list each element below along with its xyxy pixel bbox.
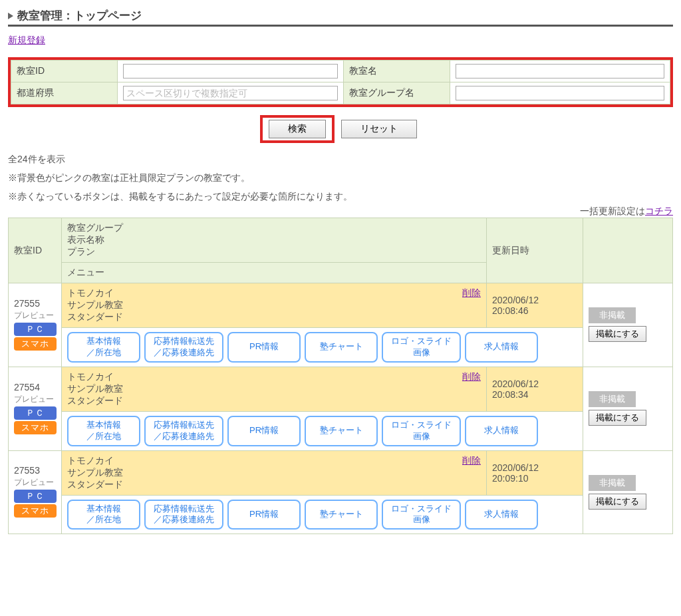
row-id: 27555 xyxy=(14,298,56,309)
search-name-label: 教室名 xyxy=(344,61,450,82)
menu-btn-0[interactable]: 基本情報／所在地 xyxy=(67,332,140,363)
search-form: 教室ID 教室名 都道府県 教室グループ名 xyxy=(11,60,670,104)
id-cell: 27555プレビューＰＣスマホ xyxy=(9,283,62,367)
row-group: トモノカイ xyxy=(67,287,481,299)
sp-badge[interactable]: スマホ xyxy=(14,421,57,434)
th-menu: メニュー xyxy=(62,263,487,283)
table-row: 27553プレビューＰＣスマホ削除トモノカイサンプル教室スタンダード2020/0… xyxy=(9,450,673,495)
row-group: トモノカイ xyxy=(67,371,481,383)
delete-link[interactable]: 削除 xyxy=(462,455,481,467)
batch-setting-row: 一括更新設定はコチラ xyxy=(8,206,673,218)
page-title: 教室管理：トップページ xyxy=(17,8,142,23)
menu-btn-4[interactable]: ロゴ・スライド画像 xyxy=(382,332,461,363)
menu-btn-5[interactable]: 求人情報 xyxy=(465,500,538,530)
row-display: サンプル教室 xyxy=(67,383,481,395)
id-cell: 27553プレビューＰＣスマホ xyxy=(9,450,62,534)
th-action xyxy=(583,218,673,283)
th-updated: 更新日時 xyxy=(487,218,583,283)
search-pref-input[interactable] xyxy=(123,86,338,100)
table-row: 27555プレビューＰＣスマホ削除トモノカイサンプル教室スタンダード2020/0… xyxy=(9,283,673,328)
note-2: ※赤くなっているボタンは、掲載をするにあたって設定が必要な箇所になります。 xyxy=(8,191,673,203)
menu-btn-0[interactable]: 基本情報／所在地 xyxy=(67,416,140,446)
table-row-menu: 基本情報／所在地応募情報転送先／応募後連絡先PR情報塾チャートロゴ・スライド画像… xyxy=(9,328,673,367)
sp-badge[interactable]: スマホ xyxy=(14,504,57,518)
search-form-highlight: 教室ID 教室名 都道府県 教室グループ名 xyxy=(8,57,673,107)
action-cell: 非掲載掲載にする xyxy=(583,450,673,534)
menu-btn-5[interactable]: 求人情報 xyxy=(465,332,538,363)
menu-btn-3[interactable]: 塾チャート xyxy=(305,500,378,530)
menu-btn-3[interactable]: 塾チャート xyxy=(305,416,378,446)
search-name-input[interactable] xyxy=(456,64,664,78)
unlisted-label: 非掲載 xyxy=(589,391,636,407)
publish-button[interactable]: 掲載にする xyxy=(589,326,646,342)
row-id: 27553 xyxy=(14,465,56,476)
unlisted-label: 非掲載 xyxy=(589,307,636,323)
delete-link[interactable]: 削除 xyxy=(462,371,481,383)
search-button-row: 検索 リセット xyxy=(8,115,673,143)
batch-setting-link[interactable]: コチラ xyxy=(645,206,673,216)
search-button-highlight: 検索 xyxy=(260,115,335,143)
row-plan: スタンダード xyxy=(67,479,481,491)
updated-cell: 2020/06/1220:09:10 xyxy=(487,450,583,495)
action-cell: 非掲載掲載にする xyxy=(583,367,673,450)
id-cell: 27554プレビューＰＣスマホ xyxy=(9,367,62,450)
table-row-menu: 基本情報／所在地応募情報転送先／応募後連絡先PR情報塾チャートロゴ・スライド画像… xyxy=(9,495,673,534)
pc-badge[interactable]: ＰＣ xyxy=(14,323,57,336)
menu-btn-4[interactable]: ロゴ・スライド画像 xyxy=(382,416,461,446)
updated-cell: 2020/06/1220:08:34 xyxy=(487,367,583,411)
preview-label: プレビュー xyxy=(14,477,56,488)
menu-btn-2[interactable]: PR情報 xyxy=(227,416,301,446)
delete-link[interactable]: 削除 xyxy=(462,287,481,299)
result-count: 全24件を表示 xyxy=(8,154,673,166)
note-1: ※背景色がピンクの教室は正社員限定プランの教室です。 xyxy=(8,172,673,184)
updated-date: 2020/06/12 xyxy=(492,379,539,389)
menu-btn-1[interactable]: 応募情報転送先／応募後連絡先 xyxy=(144,416,223,446)
menu-btn-1[interactable]: 応募情報転送先／応募後連絡先 xyxy=(144,332,223,363)
search-pref-label: 都道府県 xyxy=(11,82,118,104)
search-id-input[interactable] xyxy=(123,64,338,78)
menu-btn-1[interactable]: 応募情報転送先／応募後連絡先 xyxy=(144,500,223,530)
menu-btn-3[interactable]: 塾チャート xyxy=(305,332,378,363)
updated-cell: 2020/06/1220:08:46 xyxy=(487,283,583,328)
search-button[interactable]: 検索 xyxy=(269,120,326,138)
updated-time: 20:09:10 xyxy=(492,473,529,484)
search-id-label: 教室ID xyxy=(11,61,118,82)
reset-button[interactable]: リセット xyxy=(341,120,417,138)
sp-badge[interactable]: スマホ xyxy=(14,337,57,351)
updated-date: 2020/06/12 xyxy=(492,462,539,473)
publish-button[interactable]: 掲載にする xyxy=(589,494,646,510)
row-plan: スタンダード xyxy=(67,311,481,323)
info-cell: 削除トモノカイサンプル教室スタンダード xyxy=(62,367,487,411)
menu-btn-5[interactable]: 求人情報 xyxy=(465,416,538,446)
pc-badge[interactable]: ＰＣ xyxy=(14,406,57,420)
row-id: 27554 xyxy=(14,382,56,392)
th-id: 教室ID xyxy=(9,218,62,283)
menu-btn-2[interactable]: PR情報 xyxy=(227,500,301,530)
menu-btn-2[interactable]: PR情報 xyxy=(227,332,301,363)
updated-date: 2020/06/12 xyxy=(492,295,539,305)
preview-label: プレビュー xyxy=(14,394,56,405)
th-info: 教室グループ 表示名称 プラン xyxy=(62,218,487,263)
info-cell: 削除トモノカイサンプル教室スタンダード xyxy=(62,283,487,328)
row-display: サンプル教室 xyxy=(67,467,481,479)
preview-label: プレビュー xyxy=(14,310,56,321)
menu-cell: 基本情報／所在地応募情報転送先／応募後連絡先PR情報塾チャートロゴ・スライド画像… xyxy=(62,411,583,450)
table-row-menu: 基本情報／所在地応募情報転送先／応募後連絡先PR情報塾チャートロゴ・スライド画像… xyxy=(9,411,673,450)
search-group-input[interactable] xyxy=(456,86,664,100)
menu-cell: 基本情報／所在地応募情報転送先／応募後連絡先PR情報塾チャートロゴ・スライド画像… xyxy=(62,495,583,534)
updated-time: 20:08:34 xyxy=(492,389,529,400)
publish-button[interactable]: 掲載にする xyxy=(589,410,646,426)
pc-badge[interactable]: ＰＣ xyxy=(14,490,57,503)
unlisted-label: 非掲載 xyxy=(589,475,636,491)
menu-btn-4[interactable]: ロゴ・スライド画像 xyxy=(382,500,461,530)
new-register-link[interactable]: 新規登録 xyxy=(8,35,45,47)
menu-btn-0[interactable]: 基本情報／所在地 xyxy=(67,500,140,530)
page-header: 教室管理：トップページ xyxy=(8,8,673,27)
header-triangle-icon xyxy=(8,13,13,19)
table-row: 27554プレビューＰＣスマホ削除トモノカイサンプル教室スタンダード2020/0… xyxy=(9,367,673,411)
row-plan: スタンダード xyxy=(67,395,481,407)
menu-cell: 基本情報／所在地応募情報転送先／応募後連絡先PR情報塾チャートロゴ・スライド画像… xyxy=(62,328,583,367)
updated-time: 20:08:46 xyxy=(492,305,529,316)
info-cell: 削除トモノカイサンプル教室スタンダード xyxy=(62,450,487,495)
batch-link-prefix: 一括更新設定は xyxy=(580,206,645,216)
